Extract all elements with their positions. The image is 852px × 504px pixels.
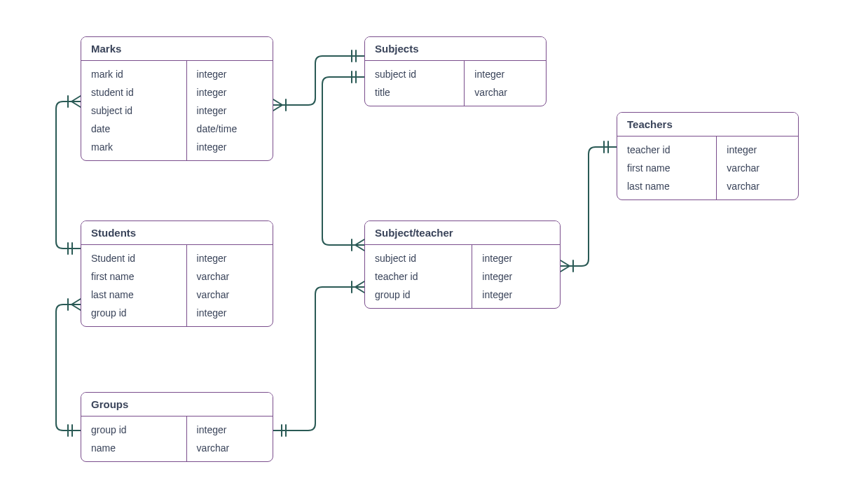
field-type: integer [472, 249, 560, 267]
entity-marks[interactable]: Marks mark id student id subject id date… [81, 36, 273, 161]
entity-body: subject id teacher id group id integer i… [365, 245, 560, 308]
field-type: integer [472, 267, 560, 286]
field-type: varchar [465, 83, 546, 102]
entity-title: Subject/teacher [365, 221, 560, 245]
connector-subjectteacher-teachers [561, 147, 617, 266]
entity-subjects[interactable]: Subjects subject id title integer varcha… [364, 36, 547, 106]
field-name: teacher id [617, 141, 716, 159]
field-name: subject id [365, 65, 464, 83]
connector-subjects-subjectteacher [322, 77, 364, 245]
er-diagram-canvas: Marks mark id student id subject id date… [0, 0, 852, 504]
field-type: integer [187, 421, 273, 439]
entity-title: Subjects [365, 37, 546, 61]
field-name: first name [81, 267, 186, 286]
connector-marks-subjects [273, 56, 364, 105]
field-name: student id [81, 83, 186, 102]
field-name: teacher id [365, 267, 472, 286]
entity-teachers[interactable]: Teachers teacher id first name last name… [617, 112, 799, 200]
entity-body: subject id title integer varchar [365, 61, 546, 106]
field-name: Student id [81, 249, 186, 267]
entity-body: teacher id first name last name integer … [617, 136, 798, 200]
field-name: last name [617, 177, 716, 195]
crowsfoot-icon [355, 281, 364, 293]
field-name: group id [365, 286, 472, 304]
crowsfoot-icon [71, 96, 81, 107]
field-type: integer [187, 83, 273, 102]
crowsfoot-icon [561, 260, 570, 272]
field-name: first name [617, 159, 716, 177]
field-name: subject id [365, 249, 472, 267]
field-type: integer [472, 286, 560, 304]
field-type: varchar [717, 177, 798, 195]
entity-students[interactable]: Students Student id first name last name… [81, 220, 273, 327]
field-type: varchar [187, 439, 273, 457]
field-name: title [365, 83, 464, 102]
field-type: integer [465, 65, 546, 83]
field-type: integer [717, 141, 798, 159]
field-name: mark id [81, 65, 186, 83]
entity-body: mark id student id subject id date mark … [81, 61, 273, 160]
field-type: integer [187, 102, 273, 120]
field-type: integer [187, 249, 273, 267]
field-name: name [81, 439, 186, 457]
entity-body: Student id first name last name group id… [81, 245, 273, 326]
entity-title: Teachers [617, 113, 798, 136]
crowsfoot-icon [273, 99, 282, 111]
field-name: last name [81, 286, 186, 304]
crowsfoot-icon [71, 299, 81, 310]
field-type: varchar [717, 159, 798, 177]
field-type: date/time [187, 120, 273, 138]
entity-subject-teacher[interactable]: Subject/teacher subject id teacher id gr… [364, 220, 561, 309]
entity-title: Groups [81, 393, 273, 416]
crowsfoot-icon [355, 239, 364, 251]
entity-groups[interactable]: Groups group id name integer varchar [81, 392, 273, 462]
entity-body: group id name integer varchar [81, 416, 273, 461]
connector-students-groups [56, 304, 81, 430]
field-type: integer [187, 138, 273, 156]
field-type: integer [187, 65, 273, 83]
connector-marks-students [56, 102, 81, 248]
entity-title: Marks [81, 37, 273, 61]
entity-title: Students [81, 221, 273, 245]
field-type: integer [187, 304, 273, 322]
field-name: date [81, 120, 186, 138]
field-name: subject id [81, 102, 186, 120]
field-name: group id [81, 304, 186, 322]
field-type: varchar [187, 267, 273, 286]
field-name: mark [81, 138, 186, 156]
field-type: varchar [187, 286, 273, 304]
connector-groups-subjectteacher [273, 287, 364, 430]
field-name: group id [81, 421, 186, 439]
